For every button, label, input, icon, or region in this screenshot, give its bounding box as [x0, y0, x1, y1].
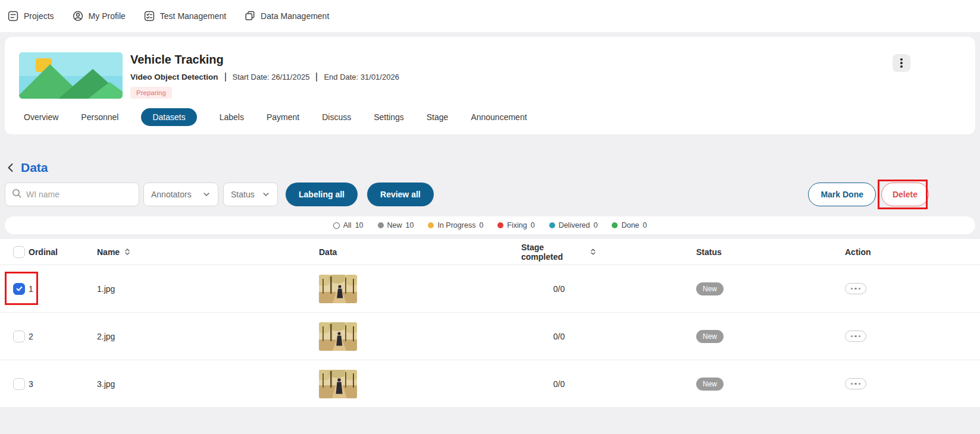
- data-thumbnail[interactable]: [319, 322, 357, 351]
- project-header-card: Vehicle Tracking Video Object Detection …: [5, 37, 975, 134]
- tab-labels[interactable]: Labels: [220, 108, 244, 126]
- all-ring-icon: [333, 222, 340, 229]
- row-checkbox[interactable]: [13, 378, 25, 390]
- filter-chip-new[interactable]: New 10: [378, 221, 414, 229]
- test-management-icon: [143, 10, 155, 22]
- filter-chip-in-progress[interactable]: In Progress 0: [428, 221, 483, 229]
- nav-item-label: My Profile: [89, 11, 126, 21]
- count-done: 0: [643, 221, 647, 229]
- tab-payment[interactable]: Payment: [267, 108, 299, 126]
- tab-announcement[interactable]: Announcement: [471, 108, 527, 126]
- project-thumbnail: [19, 52, 123, 99]
- cell-stage-completed: 0/0: [521, 284, 597, 294]
- annotators-dropdown-label: Annotators: [151, 190, 192, 199]
- fixing-dot-icon: [497, 222, 503, 228]
- status-badge: New: [696, 330, 724, 343]
- cell-name: 1.jpg: [97, 284, 319, 294]
- filter-chip-done[interactable]: Done 0: [612, 221, 647, 229]
- ellipsis-icon: [851, 383, 853, 385]
- top-navigation: Projects My Profile Test Management: [0, 0, 980, 32]
- cell-stage-completed: 0/0: [521, 332, 597, 341]
- project-title: Vehicle Tracking: [130, 53, 399, 67]
- data-table: Ordinal Name Data Stage completed Status…: [0, 239, 980, 408]
- divider: [225, 73, 226, 81]
- data-section: Data Annotators Status Labeling all: [0, 161, 980, 408]
- count-all: 10: [355, 221, 364, 229]
- status-dropdown-label: Status: [231, 190, 255, 199]
- cell-ordinal: 2: [29, 332, 97, 341]
- count-in-progress: 0: [479, 221, 483, 229]
- data-thumbnail[interactable]: [319, 275, 357, 303]
- count-new: 10: [406, 221, 414, 229]
- project-menu-button[interactable]: [893, 54, 910, 72]
- table-row: 3 3.jpg: [0, 360, 980, 408]
- project-start-date: Start Date: 26/11/2025: [233, 73, 310, 81]
- select-all-checkbox[interactable]: [13, 246, 25, 258]
- filter-chip-delivered[interactable]: Delivered 0: [549, 221, 598, 229]
- tab-datasets[interactable]: Datasets: [141, 108, 196, 126]
- delivered-dot-icon: [549, 222, 555, 228]
- tab-settings[interactable]: Settings: [374, 108, 404, 126]
- header-action: Action: [845, 247, 980, 257]
- row-action-button[interactable]: [845, 283, 866, 294]
- sort-icon[interactable]: [123, 247, 131, 256]
- done-dot-icon: [612, 222, 618, 228]
- status-dropdown[interactable]: Status: [223, 183, 278, 206]
- nav-item-my-profile[interactable]: My Profile: [72, 10, 126, 22]
- chevron-down-icon: [262, 190, 270, 199]
- delete-button[interactable]: Delete: [881, 183, 929, 206]
- search-icon: [11, 188, 22, 201]
- project-status-badge: Preparing: [130, 87, 172, 99]
- table-row: 2 2.jpg: [0, 313, 980, 360]
- tab-stage[interactable]: Stage: [427, 108, 449, 126]
- sort-icon[interactable]: [589, 247, 597, 256]
- projects-icon: [7, 10, 19, 22]
- nav-item-label: Projects: [24, 11, 54, 21]
- toolbar: Annotators Status Labeling all Review al…: [5, 183, 975, 206]
- header-ordinal: Ordinal: [29, 247, 97, 257]
- profile-icon: [72, 10, 84, 22]
- header-status: Status: [696, 247, 845, 257]
- chevron-down-icon: [202, 190, 211, 199]
- row-checkbox[interactable]: [13, 331, 25, 342]
- project-end-date: End Date: 31/01/2026: [324, 73, 399, 81]
- count-delivered: 0: [593, 221, 597, 229]
- data-thumbnail[interactable]: [319, 370, 357, 398]
- status-summary-bar: All 10 New 10 In Progress 0 Fixing 0 Del…: [5, 216, 975, 234]
- cell-name: 2.jpg: [97, 332, 319, 341]
- check-icon: [15, 285, 23, 293]
- header-name: Name: [97, 247, 120, 257]
- nav-item-test-management[interactable]: Test Management: [143, 10, 226, 22]
- nav-item-label: Test Management: [160, 11, 226, 21]
- annotators-dropdown[interactable]: Annotators: [143, 183, 218, 206]
- chevron-left-icon: [5, 162, 17, 174]
- table-row: 1 1.jpg: [0, 265, 980, 313]
- row-action-button[interactable]: [845, 331, 866, 342]
- mark-done-button[interactable]: Mark Done: [808, 183, 876, 206]
- labeling-all-button[interactable]: Labeling all: [286, 183, 358, 206]
- tab-overview[interactable]: Overview: [24, 108, 58, 126]
- review-all-button[interactable]: Review all: [367, 183, 434, 206]
- tab-discuss[interactable]: Discuss: [322, 108, 351, 126]
- nav-item-data-management[interactable]: Data Management: [244, 10, 329, 22]
- ellipsis-icon: [851, 335, 853, 338]
- search-box: [5, 183, 139, 206]
- divider: [316, 73, 317, 81]
- data-management-icon: [244, 10, 256, 22]
- row-action-button[interactable]: [845, 378, 866, 389]
- cell-ordinal: 1: [29, 284, 97, 294]
- project-tabs: Overview Personnel Datasets Labels Payme…: [19, 108, 961, 126]
- search-input[interactable]: [26, 190, 134, 199]
- filter-chip-fixing[interactable]: Fixing 0: [497, 221, 534, 229]
- page-title: Data: [21, 161, 48, 175]
- ellipsis-icon: [851, 288, 853, 290]
- cell-name: 3.jpg: [97, 379, 319, 389]
- row-checkbox[interactable]: [13, 283, 25, 295]
- filter-chip-all[interactable]: All 10: [333, 221, 364, 229]
- header-data: Data: [319, 247, 521, 257]
- back-button[interactable]: [5, 162, 17, 174]
- tab-personnel[interactable]: Personnel: [81, 108, 118, 126]
- nav-item-projects[interactable]: Projects: [7, 10, 54, 22]
- in-progress-dot-icon: [428, 222, 434, 228]
- new-dot-icon: [378, 222, 384, 228]
